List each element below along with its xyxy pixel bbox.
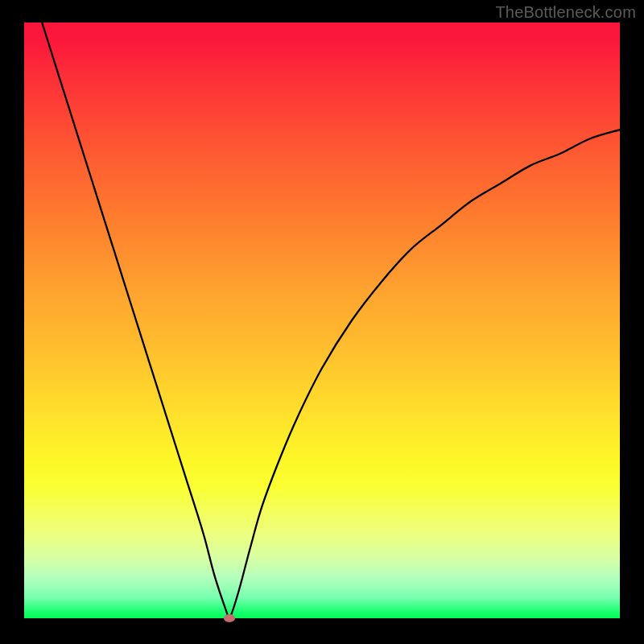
minimum-marker [224, 614, 235, 622]
bottleneck-curve [24, 23, 620, 618]
watermark-text: TheBottleneck.com [495, 3, 636, 22]
plot-area [24, 23, 620, 618]
